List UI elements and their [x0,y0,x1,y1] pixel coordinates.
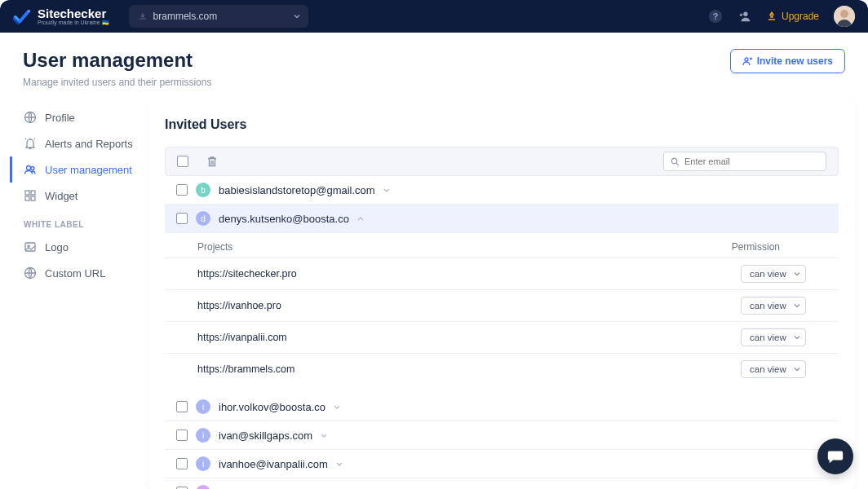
sidebar-label: User management [45,164,132,176]
chevron-down-icon [794,368,800,372]
domain-label: brammels.com [153,11,218,22]
project-row: https://sitechecker.procan view [165,258,839,289]
help-icon[interactable]: ? [708,9,723,24]
chevron-down-icon [294,15,300,19]
user-email: ivanhoe@ivanpalii.com [219,458,328,470]
chevron-down-icon [794,336,800,340]
user-plus-icon [742,56,752,66]
svg-point-2 [743,12,747,16]
user-email: denys.kutsenko@boosta.co [219,213,349,225]
svg-point-4 [840,10,848,18]
user-row[interactable]: iivanhoe@ivanpalii.com [165,450,839,478]
svg-point-14 [28,245,29,247]
delete-icon[interactable] [206,156,218,167]
sidebar-label: Widget [45,190,78,202]
user-email: mandalorian.tatuin@gmail.com [219,487,365,490]
users-icon [24,163,37,176]
user-row[interactable]: iivan@skillgaps.com [165,421,839,450]
permission-select[interactable]: can view [741,297,806,315]
globe-icon [24,111,37,124]
domain-selector[interactable]: brammels.com [129,5,308,28]
project-url: https://ivanhoe.pro [197,300,281,311]
chevron-down-icon[interactable] [321,434,327,438]
projects-col-label: Projects [197,241,232,253]
chevron-down-icon[interactable] [334,405,340,409]
user-row[interactable]: mmandalorian.tatuin@gmail.com [165,478,839,489]
logo-subtitle: Proudly made in Ukraine 🇺🇦 [38,20,109,26]
chevron-down-icon[interactable] [336,462,343,466]
sidebar-label: Profile [45,112,75,124]
user-avatar-badge: i [196,428,210,443]
search-input[interactable] [684,156,819,166]
sidebar-item-widget[interactable]: Widget [10,183,148,209]
svg-point-5 [745,58,748,61]
user-checkbox[interactable] [176,401,188,412]
project-url: https://ivanpalii.com [197,332,287,343]
invite-label: Invite new users [757,55,833,67]
globe-icon [24,267,37,280]
image-icon [24,240,37,253]
user-email: babiesislandstoretop@gmail.com [219,184,375,196]
page-header: User management Manage invited users and… [0,33,868,99]
permission-select[interactable]: can view [741,265,806,283]
card-title: Invited Users [165,117,839,132]
sidebar-item-alerts[interactable]: Alerts and Reports [10,130,148,156]
upgrade-label: Upgrade [782,11,819,22]
search-icon [671,157,680,166]
user-avatar-badge: b [196,183,210,197]
chevron-down-icon [794,304,800,308]
svg-text:?: ? [713,11,719,21]
user-avatar[interactable] [834,6,855,27]
user-row[interactable]: iihor.volkov@boosta.co [165,393,839,421]
chevron-up-icon[interactable] [357,217,364,221]
projects-panel: ProjectsPermissionhttps://sitechecker.pr… [165,233,839,393]
logo[interactable]: Sitechecker Proudly made in Ukraine 🇺🇦 [13,7,109,26]
chat-icon [826,447,844,465]
svg-point-8 [31,167,34,170]
select-all-checkbox[interactable] [177,156,188,167]
user-row[interactable]: bbabiesislandstoretop@gmail.com [165,176,839,205]
project-row: https://brammels.comcan view [165,353,839,385]
search-input-wrapper[interactable] [663,152,826,171]
download-icon [139,12,147,20]
user-row[interactable]: ddenys.kutsenko@boosta.co [165,205,839,233]
sidebar-item-profile[interactable]: Profile [10,104,148,130]
sidebar: Profile Alerts and Reports User manageme… [10,99,148,489]
user-email: ihor.volkov@boosta.co [219,401,326,413]
svg-rect-9 [25,191,29,195]
invite-users-button[interactable]: Invite new users [730,49,845,73]
permission-select[interactable]: can view [741,360,806,378]
project-url: https://sitechecker.pro [197,268,297,280]
sidebar-label: Alerts and Reports [45,138,133,150]
sidebar-item-logo[interactable]: Logo [10,234,148,260]
sidebar-item-user-management[interactable]: User management [10,156,148,183]
svg-rect-10 [31,191,35,195]
chevron-down-icon [794,272,800,276]
chat-widget[interactable] [817,438,853,474]
page-title: User management [23,49,211,72]
user-avatar-badge: d [196,211,210,226]
content-card: Invited Users bbabiesislandstoretop@gmai… [148,99,855,489]
app-header: Sitechecker Proudly made in Ukraine 🇺🇦 b… [0,0,868,33]
permission-select[interactable]: can view [741,328,806,346]
user-avatar-badge: m [196,485,210,489]
permission-col-label: Permission [732,241,780,253]
add-user-icon[interactable] [737,9,752,24]
user-checkbox[interactable] [176,184,188,196]
sidebar-label: Logo [45,241,69,253]
user-checkbox[interactable] [176,213,188,224]
project-row: https://ivanhoe.procan view [165,289,839,321]
upgrade-icon [767,11,777,21]
table-toolbar [165,147,839,176]
user-avatar-badge: i [196,456,210,471]
sidebar-item-custom-url[interactable]: Custom URL [10,260,148,286]
upgrade-button[interactable]: Upgrade [767,11,819,22]
bell-icon [24,137,37,150]
chevron-down-icon[interactable] [383,188,390,192]
svg-point-16 [671,158,676,163]
user-checkbox[interactable] [176,430,188,441]
user-email: ivan@skillgaps.com [219,430,312,442]
logo-icon [13,7,31,25]
user-checkbox[interactable] [176,458,188,469]
logo-text: Sitechecker [38,7,106,20]
